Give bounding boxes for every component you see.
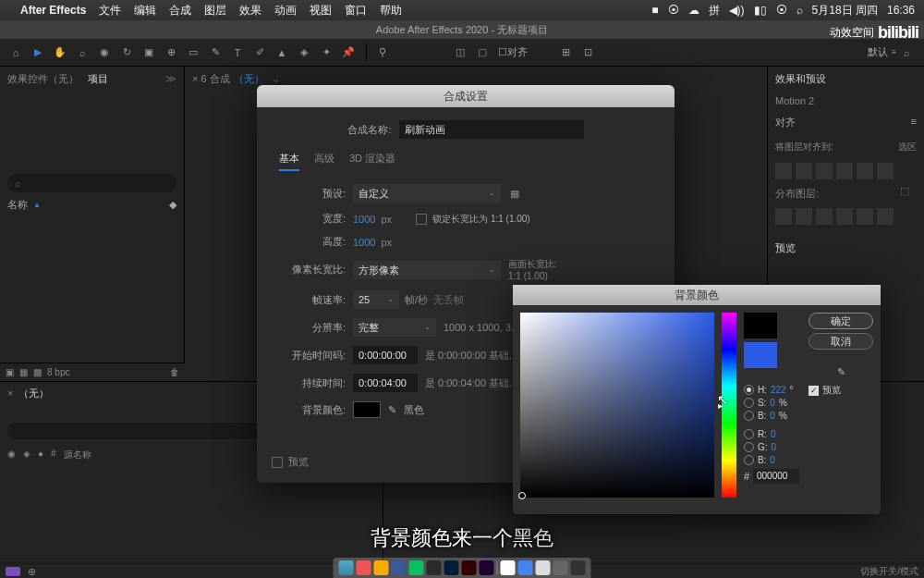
date[interactable]: 5月18日 周四 [812,3,878,18]
preview-panel[interactable]: 预览 [768,236,924,261]
dist-1-icon[interactable] [775,208,792,225]
roto-tool-icon[interactable]: ✦ [316,43,336,63]
eyedropper-icon[interactable]: ✎ [808,366,873,378]
dock-app-3[interactable] [392,560,407,575]
par-dropdown[interactable]: 方形像素⌄ [353,261,501,279]
height-value[interactable]: 1000 [353,237,375,248]
label-column-icon[interactable]: ◆ [169,199,176,211]
b-value[interactable]: 0 [770,411,775,421]
dock-app-5[interactable] [427,560,442,575]
h-radio[interactable] [744,385,754,395]
dist-6-icon[interactable] [877,208,894,225]
g-radio[interactable] [744,442,754,452]
bb-value[interactable]: 0 [770,455,775,465]
duration-input[interactable]: 0:00:04:00 [353,374,418,392]
shape-mode-icon[interactable]: ▢ [472,43,492,63]
label-column-icon[interactable]: ● [38,449,43,461]
b-radio[interactable] [744,411,754,421]
r-radio[interactable] [744,429,754,439]
trash-icon[interactable] [571,560,586,575]
cancel-button[interactable]: 取消 [808,333,873,350]
dock-app-12[interactable] [553,560,568,575]
wifi-icon[interactable]: ⦿ [776,4,787,17]
app-name[interactable]: After Effects [20,4,86,17]
brush-tool-icon[interactable]: ✐ [249,43,270,63]
battery-icon[interactable]: ▮▯ [754,4,767,17]
wechat-icon[interactable] [409,560,424,575]
time[interactable]: 16:36 [887,4,915,17]
menu-file[interactable]: 文件 [99,3,121,18]
search-icon[interactable]: ⌕ [796,4,803,17]
text-tool-icon[interactable]: T [227,43,248,63]
pen-tool-icon[interactable]: ✎ [205,43,225,63]
preview-checkbox[interactable]: ✓ [808,386,819,396]
menu-effect[interactable]: 效果 [239,3,261,18]
tab-basic[interactable]: 基本 [279,148,299,171]
cloud-icon[interactable]: ☁ [688,4,699,17]
motion2-panel[interactable]: Motion 2 [768,92,924,110]
snap-icon[interactable]: ⚲ [372,43,393,63]
label-color-icon[interactable] [6,567,20,576]
snap-toggle[interactable]: ☐ 对齐 [498,45,528,59]
rotate-tool-icon[interactable]: ↻ [116,43,137,63]
source-name-column[interactable]: 源名称 [64,449,91,461]
home-icon[interactable]: ⌂ [6,43,26,63]
puppet-tool-icon[interactable]: 📌 [338,43,359,63]
dock-app-11[interactable] [536,560,551,575]
finder-icon[interactable] [339,560,354,575]
hex-input[interactable]: 000000 [753,469,799,484]
illustrator-icon[interactable] [462,560,477,575]
dock-app-2[interactable] [374,560,389,575]
r-value[interactable]: 0 [771,429,776,439]
project-tab[interactable]: 项目 [88,72,108,86]
selection-tool-icon[interactable]: ▶ [28,43,48,63]
comp-name-input[interactable]: 刷新动画 [399,120,584,139]
dist-4-icon[interactable] [836,208,853,225]
align-to-value[interactable]: 选区 [898,141,917,154]
tab-renderer[interactable]: 3D 渲染器 [349,148,395,171]
tab-advanced[interactable]: 高级 [314,148,334,171]
preset-dropdown[interactable]: 自定义⌄ [353,184,501,203]
name-column[interactable]: 名称 [7,198,28,212]
dock-app-9[interactable] [501,560,516,575]
align-panel[interactable]: 对齐 [775,116,796,129]
width-value[interactable]: 1000 [353,214,375,225]
preview-checkbox[interactable] [272,457,283,468]
effects-presets-panel[interactable]: 效果和预设 [768,67,924,92]
eyedropper-icon[interactable]: ✎ [388,404,396,416]
ok-button[interactable]: 确定 [808,313,873,329]
lock-aspect-checkbox[interactable] [416,214,427,225]
rect-tool-icon[interactable]: ▭ [183,43,203,63]
trash-icon[interactable]: 🗑 [170,367,179,377]
start-timecode-input[interactable]: 0:00:00:00 [353,346,418,364]
ime-indicator[interactable]: 拼 [709,3,720,18]
expand-icon[interactable]: ⊕ [28,566,36,578]
guides-icon[interactable]: ⊡ [578,43,598,63]
menu-view[interactable]: 视图 [310,3,332,18]
menu-layer[interactable]: 图层 [204,3,226,18]
panel-menu-icon[interactable]: ≡ [911,116,917,129]
s-radio[interactable] [744,398,754,408]
align-vcenter-icon[interactable] [857,163,873,179]
bb-radio[interactable] [744,455,754,465]
lock-column-icon[interactable]: ◈ [23,449,30,461]
res-dropdown[interactable]: 完整⌄ [353,318,436,337]
hand-tool-icon[interactable]: ✋ [50,43,70,63]
stamp-tool-icon[interactable]: ▲ [272,43,292,63]
eye-column-icon[interactable]: ◉ [7,449,16,461]
s-value[interactable]: 0 [770,398,775,408]
folder-icon[interactable]: ▣ [6,367,14,377]
sort-icon[interactable]: ▲ [33,201,41,209]
menu-help[interactable]: 帮助 [380,3,402,18]
trash-preset-icon[interactable]: ▦ [510,188,519,200]
grid-icon[interactable]: ⊞ [555,43,576,63]
project-search[interactable]: ⌕ [7,174,176,192]
dock-app-1[interactable] [357,560,371,575]
dist-3-icon[interactable] [816,208,833,225]
align-top-icon[interactable] [836,163,853,179]
chevron-down-icon[interactable]: ⌄ [272,73,280,85]
dist-5-icon[interactable] [857,208,873,225]
align-hcenter-icon[interactable] [796,163,812,179]
search-help-icon[interactable]: ⌕ [896,43,917,63]
camera-tool-icon[interactable]: ▣ [139,43,159,63]
